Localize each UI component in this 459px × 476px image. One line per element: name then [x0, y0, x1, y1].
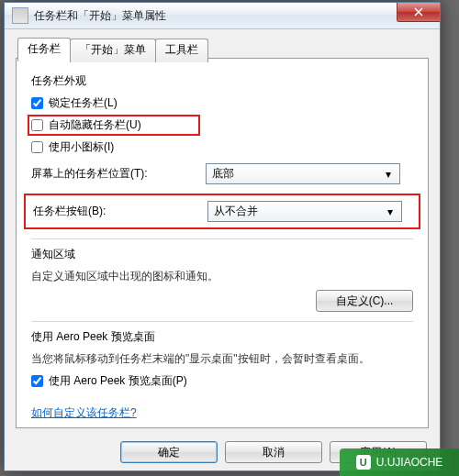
- close-button[interactable]: [397, 3, 440, 22]
- help-link[interactable]: 如何自定义该任务栏?: [31, 405, 137, 421]
- tab-label: 「开始」菜单: [80, 43, 146, 56]
- customize-button[interactable]: 自定义(C)...: [316, 290, 413, 312]
- aero-heading: 使用 Aero Peek 预览桌面: [31, 329, 413, 345]
- buttons-value: 从不合并: [214, 204, 258, 219]
- position-value: 底部: [212, 166, 234, 182]
- cancel-button[interactable]: 取消: [225, 441, 322, 463]
- buttons-select[interactable]: 从不合并 ▾: [207, 201, 402, 222]
- autohide-label: 自动隐藏任务栏(U): [49, 117, 141, 133]
- ok-button-label: 确定: [158, 445, 180, 460]
- aero-peek-row[interactable]: 使用 Aero Peek 预览桌面(P): [31, 372, 413, 390]
- watermark-icon: U: [356, 455, 371, 470]
- position-row: 屏幕上的任务栏位置(T): 底部 ▾: [31, 163, 413, 184]
- app-icon: [12, 7, 28, 24]
- buttons-label: 任务栏按钮(B):: [33, 204, 207, 219]
- window-title: 任务栏和「开始」菜单属性: [34, 8, 166, 24]
- dialog-window: 任务栏和「开始」菜单属性 任务栏 「开始」菜单 工具栏 任务栏外观 锁定任务栏(…: [4, 2, 441, 471]
- ok-button[interactable]: 确定: [120, 441, 218, 463]
- tab-toolbars[interactable]: 工具栏: [155, 39, 208, 62]
- appearance-heading: 任务栏外观: [31, 73, 413, 89]
- smallicons-label: 使用小图标(I): [49, 139, 114, 155]
- watermark-text: U.UJIAOCHE: [376, 456, 443, 469]
- aero-desc: 当您将鼠标移动到任务栏末端的"显示桌面"按钮时，会暂时查看桌面。: [31, 350, 413, 367]
- position-select[interactable]: 底部 ▾: [206, 163, 400, 184]
- smallicons-row[interactable]: 使用小图标(I): [31, 138, 413, 156]
- smallicons-checkbox[interactable]: [31, 141, 43, 153]
- tab-startmenu[interactable]: 「开始」菜单: [70, 39, 156, 62]
- autohide-checkbox[interactable]: [31, 119, 43, 131]
- autohide-row[interactable]: 自动隐藏任务栏(U): [28, 115, 200, 136]
- buttons-row: 任务栏按钮(B): 从不合并 ▾: [24, 194, 420, 229]
- notify-desc: 自定义通知区域中出现的图标和通知。: [31, 268, 413, 284]
- chevron-down-icon: ▾: [383, 205, 397, 218]
- help-link-text: 如何自定义该任务栏?: [31, 406, 137, 419]
- aero-peek-checkbox[interactable]: [31, 375, 43, 387]
- close-icon: [414, 7, 423, 17]
- cancel-button-label: 取消: [263, 445, 285, 460]
- divider: [31, 321, 413, 322]
- chevron-down-icon: ▾: [381, 168, 396, 181]
- lock-taskbar-checkbox[interactable]: [31, 97, 43, 109]
- customize-button-label: 自定义(C)...: [336, 293, 394, 309]
- dialog-body: 任务栏 「开始」菜单 工具栏 任务栏外观 锁定任务栏(L) 自动隐藏任务栏(U)…: [5, 29, 440, 470]
- notify-heading: 通知区域: [31, 247, 413, 262]
- titlebar: 任务栏和「开始」菜单属性: [5, 3, 440, 29]
- tab-panel-taskbar: 任务栏外观 锁定任务栏(L) 自动隐藏任务栏(U) 使用小图标(I) 屏幕上的任…: [16, 58, 429, 428]
- lock-taskbar-label: 锁定任务栏(L): [49, 95, 118, 111]
- lock-taskbar-row[interactable]: 锁定任务栏(L): [31, 94, 413, 112]
- tab-label: 任务栏: [28, 42, 61, 55]
- aero-peek-label: 使用 Aero Peek 预览桌面(P): [49, 373, 187, 389]
- divider: [31, 238, 413, 239]
- watermark: U U.UJIAOCHE: [340, 448, 459, 476]
- position-label: 屏幕上的任务栏位置(T):: [31, 166, 206, 182]
- tab-taskbar[interactable]: 任务栏: [17, 38, 71, 61]
- tabstrip: 任务栏 「开始」菜单 工具栏: [17, 39, 207, 62]
- tab-label: 工具栏: [165, 43, 198, 56]
